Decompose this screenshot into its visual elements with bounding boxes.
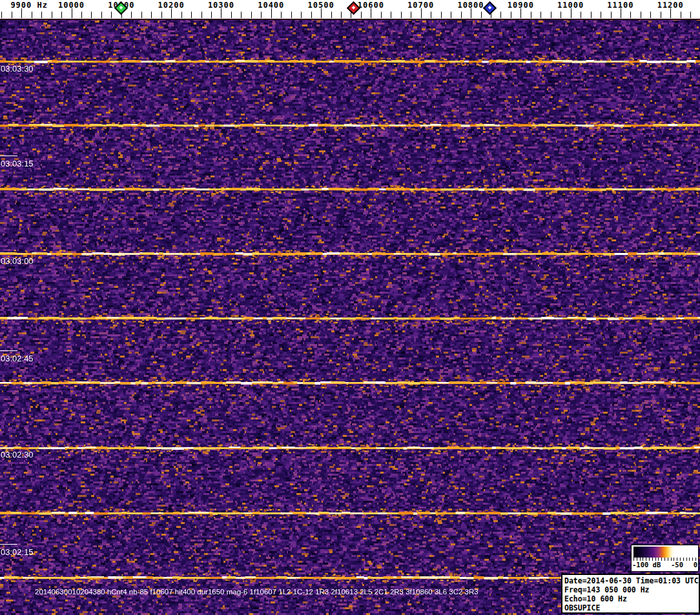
ruler-major-tick	[670, 8, 671, 18]
frequency-ruler: 9900 Hz100001010010200103001040010500106…	[0, 0, 700, 19]
ruler-major-tick	[72, 8, 72, 18]
ruler-minor-tick	[201, 12, 202, 18]
ruler-minor-tick	[301, 12, 302, 18]
time-axis-tick	[0, 350, 17, 351]
ruler-minor-tick	[511, 12, 511, 18]
ruler-frequency-label: 10800	[457, 1, 484, 10]
colorbar-tick	[643, 558, 643, 561]
marker-center-dot	[488, 6, 492, 10]
ruler-minor-tick	[41, 12, 42, 18]
info-echo-frequency: Echo=10 600 Hz	[564, 594, 697, 603]
ruler-minor-tick	[181, 12, 182, 18]
ruler-minor-tick	[81, 12, 82, 18]
ruler-minor-tick	[461, 12, 462, 18]
colorbar-tick	[664, 558, 665, 561]
ruler-minor-tick	[261, 12, 262, 18]
colorbar-label-mid: -50	[671, 561, 683, 569]
time-label: 03:02:30	[1, 450, 34, 459]
ruler-minor-tick	[61, 12, 62, 18]
ruler-major-tick	[271, 8, 272, 18]
ruler-major-tick	[221, 8, 221, 18]
ruler-minor-tick	[601, 12, 601, 18]
ruler-minor-tick	[441, 12, 442, 18]
ruler-minor-tick	[341, 12, 342, 18]
ruler-minor-tick	[101, 12, 102, 18]
blue-frequency-marker[interactable]	[483, 1, 497, 15]
intensity-colorbar: -100 dB -50 0	[631, 545, 699, 572]
ruler-frequency-label: 10600	[358, 1, 384, 10]
colorbar-tick	[695, 558, 696, 561]
spectrogram-canvas	[0, 19, 700, 615]
colorbar-tick	[680, 558, 681, 561]
time-label: 03:03:00	[1, 256, 34, 266]
ruler-minor-tick	[540, 12, 541, 18]
ruler-minor-tick	[641, 12, 641, 18]
time-label: 03:03:30	[1, 64, 34, 74]
colorbar-tick	[649, 558, 650, 561]
ruler-minor-tick	[661, 12, 661, 18]
ruler-minor-tick	[500, 12, 501, 18]
ruler-minor-tick	[141, 12, 142, 18]
ruler-minor-tick	[611, 12, 612, 18]
info-station-name: OBSUPICE	[564, 603, 697, 612]
ruler-minor-tick	[12, 12, 12, 18]
ruler-frequency-label: 9900 Hz	[10, 1, 48, 10]
info-frequency: Freq=143 050 000 Hz	[564, 585, 697, 594]
ruler-major-tick	[371, 8, 371, 18]
ruler-minor-tick	[331, 12, 332, 18]
ruler-major-tick	[621, 8, 621, 18]
time-axis-tick	[0, 544, 17, 545]
colorbar-tick	[637, 558, 637, 561]
colorbar-tick	[686, 558, 687, 561]
ruler-minor-tick	[531, 12, 531, 18]
ruler-frequency-label: 11200	[657, 1, 684, 10]
time-axis-tick	[0, 156, 17, 156]
ruler-minor-tick	[431, 12, 431, 18]
ruler-frequency-label: 11000	[557, 1, 584, 10]
ruler-minor-tick	[131, 12, 132, 18]
colorbar-ticks	[633, 558, 696, 561]
ruler-minor-tick	[401, 12, 402, 18]
ruler-minor-tick	[281, 12, 282, 18]
ruler-minor-tick	[561, 12, 561, 18]
marker-center-dot	[119, 6, 123, 10]
ruler-minor-tick	[211, 12, 212, 18]
time-label: 03:03:15	[1, 159, 34, 168]
ruler-frequency-label: 10200	[158, 1, 185, 10]
ruler-minor-tick	[551, 12, 551, 18]
meteor-spectrogram-viewer: 9900 Hz100001010010200103001040010500106…	[0, 0, 700, 615]
colorbar-tick	[674, 558, 674, 561]
ruler-minor-tick	[291, 12, 292, 18]
colorbar-tick	[658, 558, 659, 561]
ruler-minor-tick	[311, 12, 312, 18]
colorbar-tick	[683, 558, 684, 561]
ruler-frequency-label: 11100	[607, 1, 633, 10]
ruler-frequency-label: 10400	[258, 1, 284, 10]
ruler-minor-tick	[391, 12, 391, 18]
ruler-major-tick	[520, 8, 521, 18]
ruler-minor-tick	[111, 12, 112, 18]
ruler-minor-tick	[451, 12, 451, 18]
colorbar-tick	[633, 558, 634, 561]
ruler-minor-tick	[681, 12, 681, 18]
ruler-frequency-label: 10700	[407, 1, 434, 10]
colorbar-tick	[671, 558, 672, 561]
colorbar-tick	[640, 558, 641, 561]
ruler-minor-tick	[231, 12, 232, 18]
colorbar-tick	[655, 558, 656, 561]
colorbar-labels: -100 dB -50 0	[632, 561, 698, 569]
ruler-minor-tick	[91, 12, 92, 18]
ruler-minor-tick	[191, 12, 192, 18]
ruler-minor-tick	[650, 12, 651, 18]
detection-annotation-text: 20140630010204380 hCnt4 nb-85 f10607 hit…	[35, 588, 479, 596]
colorbar-tick	[646, 558, 646, 561]
ruler-minor-tick	[241, 12, 242, 18]
observation-info-box: Date=2014-06-30 Time=01:03 UTC Freq=143 …	[561, 574, 700, 614]
colorbar-label-min: -100 dB	[632, 561, 661, 569]
ruler-minor-tick	[411, 12, 411, 18]
ruler-major-tick	[571, 8, 571, 18]
colorbar-label-max: 0	[694, 561, 697, 569]
colorbar-gradient-bar	[633, 547, 696, 558]
colorbar-tick	[677, 558, 677, 561]
time-label: 03:02:45	[1, 354, 34, 363]
